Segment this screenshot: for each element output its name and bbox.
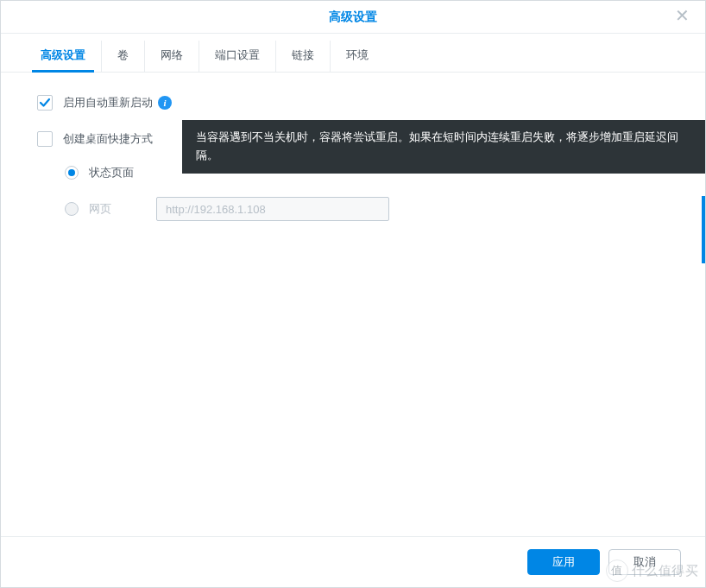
close-icon[interactable]: ✕ (674, 8, 690, 23)
auto-restart-label: 启用自动重新启动 (63, 95, 153, 111)
tabs-bar: 高级设置 卷 网络 端口设置 链接 环境 (1, 34, 705, 73)
tab-environment[interactable]: 环境 (331, 41, 384, 72)
tab-volume[interactable]: 卷 (102, 41, 145, 72)
web-url-input[interactable] (156, 197, 389, 221)
status-page-radio[interactable] (65, 166, 79, 180)
web-page-radio[interactable] (65, 202, 79, 216)
web-page-row: 网页 (65, 197, 669, 221)
create-shortcut-checkbox[interactable] (37, 131, 53, 147)
auto-restart-checkbox[interactable] (37, 95, 53, 111)
tooltip-text: 当容器遇到不当关机时，容器将尝试重启。如果在短时间内连续重启失败，将逐步增加重启… (196, 130, 678, 161)
tab-port-settings[interactable]: 端口设置 (199, 41, 276, 72)
status-page-label: 状态页面 (89, 165, 149, 180)
dialog-header: 高级设置 ✕ (1, 1, 705, 34)
cancel-button[interactable]: 取消 (608, 549, 681, 575)
advanced-settings-dialog: 高级设置 ✕ 高级设置 卷 网络 端口设置 链接 环境 启用自动重新启动 i 创… (0, 0, 706, 588)
dialog-footer: 应用 取消 (1, 536, 705, 587)
info-icon[interactable]: i (158, 96, 172, 110)
create-shortcut-label: 创建桌面快捷方式 (63, 131, 153, 147)
tab-advanced-settings[interactable]: 高级设置 (25, 41, 102, 72)
web-page-label: 网页 (89, 201, 149, 217)
dialog-title: 高级设置 (329, 9, 377, 25)
apply-button[interactable]: 应用 (527, 549, 600, 575)
tab-links[interactable]: 链接 (276, 41, 331, 72)
auto-restart-row: 启用自动重新启动 i (37, 93, 669, 112)
scrollbar-thumb[interactable] (702, 196, 705, 263)
tab-network[interactable]: 网络 (145, 41, 199, 72)
auto-restart-tooltip: 当容器遇到不当关机时，容器将尝试重启。如果在短时间内连续重启失败，将逐步增加重启… (182, 120, 705, 174)
